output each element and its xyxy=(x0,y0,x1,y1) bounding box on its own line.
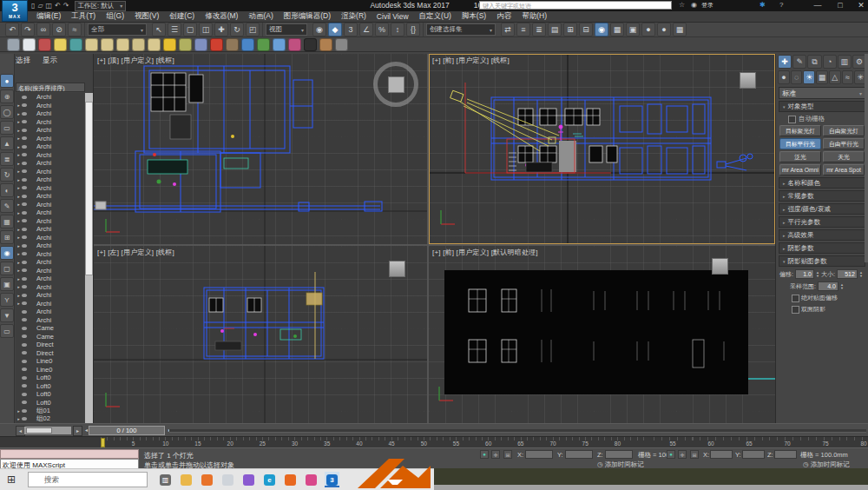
expand-arrow-icon[interactable]: ▸ xyxy=(16,136,22,141)
visibility-eye-icon[interactable] xyxy=(22,96,27,99)
menu-item[interactable]: 编辑(E) xyxy=(31,11,66,22)
visibility-eye-icon[interactable] xyxy=(22,261,27,264)
edge-button[interactable]: e xyxy=(262,472,277,487)
visibility-eye-icon[interactable] xyxy=(22,318,27,321)
material-editor-icon[interactable]: ◉ xyxy=(595,23,608,36)
visibility-eye-icon[interactable] xyxy=(22,178,27,182)
visibility-eye-icon[interactable] xyxy=(22,162,27,165)
explorer-list-item[interactable]: ▸ Archi xyxy=(16,291,84,300)
select-object-icon[interactable]: ↖ xyxy=(152,23,166,36)
snaps-toggle-icon[interactable]: 3 xyxy=(344,23,358,36)
explorer-list-item[interactable]: ▸ Archi xyxy=(16,175,84,184)
spinner-icon[interactable]: ▲▼ xyxy=(840,283,844,290)
rectangular-selection-region-icon[interactable]: ▢ xyxy=(183,23,197,36)
redo-icon[interactable]: ↷ xyxy=(21,23,35,36)
menu-item[interactable]: 图形编辑器(D) xyxy=(279,11,336,22)
select-by-name-icon[interactable]: ☰ xyxy=(168,23,181,36)
expand-arrow-icon[interactable]: ▸ xyxy=(16,144,22,149)
visibility-eye-icon[interactable] xyxy=(22,219,27,222)
explorer-list-item[interactable]: Archi xyxy=(16,308,84,316)
bias-field[interactable]: 1.0 xyxy=(795,269,814,279)
visibility-eye-icon[interactable] xyxy=(22,376,27,380)
explorer-list-item[interactable]: Loft0 xyxy=(16,374,84,382)
visibility-eye-icon[interactable] xyxy=(22,401,27,404)
visibility-eye-icon[interactable] xyxy=(22,211,27,215)
expand-arrow-icon[interactable]: ▸ xyxy=(16,235,22,240)
office-button[interactable] xyxy=(283,472,298,487)
taskbar-search-input[interactable] xyxy=(28,472,148,487)
visibility-eye-icon[interactable] xyxy=(22,327,27,330)
visibility-eye-icon[interactable] xyxy=(22,360,27,363)
explorer-list-item[interactable]: ▸ Archi xyxy=(16,201,84,209)
visibility-eye-icon[interactable] xyxy=(22,103,27,107)
visibility-eye-icon[interactable] xyxy=(22,417,27,420)
light-type-button[interactable]: 泛光 xyxy=(779,151,821,162)
expand-arrow-icon[interactable]: ▸ xyxy=(16,161,22,166)
visibility-eye-icon[interactable] xyxy=(22,384,27,387)
explorer-name-column-header[interactable]: 名称(按升序排序) xyxy=(16,83,85,92)
visibility-eye-icon[interactable] xyxy=(22,294,27,297)
helpers-category[interactable]: △ xyxy=(829,70,841,84)
time-slider-handle[interactable]: 0 / 100 xyxy=(89,426,165,435)
menu-item[interactable]: 修改器(M) xyxy=(200,11,243,22)
expand-arrow-icon[interactable]: ▸ xyxy=(16,416,22,421)
explorer-list-item[interactable]: ▸ 组01 xyxy=(16,407,84,415)
shadow-map-params-rollout[interactable]: ▾ 阴影贴图参数 xyxy=(779,255,865,267)
x-coordinate-field[interactable] xyxy=(710,450,733,459)
object-type-rollout[interactable]: ▾ 对象类型 xyxy=(779,101,865,112)
visibility-eye-icon[interactable] xyxy=(22,277,27,281)
current-frame-marker[interactable] xyxy=(101,438,105,447)
explorer-list-item[interactable]: ▸ Archi xyxy=(16,151,84,160)
explorer-list-item[interactable]: ▸ Archi xyxy=(16,258,84,267)
viewcube[interactable] xyxy=(373,62,418,107)
visibility-eye-icon[interactable] xyxy=(22,244,27,248)
undo-quick-icon[interactable]: ↶ xyxy=(55,2,61,10)
display-panel-icon[interactable]: ▭ xyxy=(0,121,14,135)
create-tab[interactable]: ✚ xyxy=(778,55,792,69)
spinner-icon[interactable]: ▲▼ xyxy=(816,271,819,278)
shapes-category[interactable]: ◌ xyxy=(791,70,803,84)
explorer-list-item[interactable]: Line0 xyxy=(16,366,84,374)
visibility-eye-icon[interactable] xyxy=(22,285,27,288)
workspace-dropdown[interactable]: 工作区: 默认 ▾ xyxy=(75,1,127,11)
collapsed-rollout[interactable]: ▸ 名称和颜色 xyxy=(779,177,865,189)
help-search-input[interactable] xyxy=(479,1,672,10)
open-file-icon[interactable]: ▱ xyxy=(37,2,43,10)
explorer-list-item[interactable]: Came xyxy=(16,333,84,341)
sign-in-icon[interactable]: ◉ xyxy=(691,1,697,9)
explorer-list-item[interactable]: ▸ Archi xyxy=(16,109,84,118)
help-circle-icon[interactable] xyxy=(335,38,348,51)
expand-arrow-icon[interactable]: ▸ xyxy=(16,111,22,116)
box-mode-icon[interactable]: ▦ xyxy=(0,215,14,228)
visibility-eye-icon[interactable] xyxy=(22,343,27,347)
select-and-scale-icon[interactable]: ◰ xyxy=(246,23,260,36)
explorer-list-item[interactable]: Archi xyxy=(16,316,84,325)
select-invert-icon[interactable]: ◯ xyxy=(0,105,14,119)
align-icon[interactable]: ≡ xyxy=(516,23,530,36)
absolute-mode-toggle[interactable]: ✛ xyxy=(678,450,687,459)
light-type-button[interactable]: 自由平行光 xyxy=(823,138,865,149)
menu-item[interactable]: 组(G) xyxy=(101,11,129,22)
menu-item[interactable]: 动画(A) xyxy=(243,11,278,22)
viewport-top[interactable]: [+] [顶] [用户定义] [线框] xyxy=(94,54,427,244)
viewport-shaded-label[interactable]: [+] [前] [用户定义] [默认明暗处理] xyxy=(432,248,538,257)
rendered-frame-window-icon[interactable]: ▣ xyxy=(626,23,640,36)
expand-arrow-icon[interactable]: ▸ xyxy=(16,293,22,298)
use-pivot-center-icon[interactable]: ◉ xyxy=(312,23,326,36)
visibility-eye-icon[interactable] xyxy=(22,235,27,239)
menu-item[interactable]: 工具(T) xyxy=(66,11,101,22)
unlink-selection-icon[interactable]: ⊘ xyxy=(52,23,66,36)
save-file-icon[interactable]: ◫ xyxy=(46,2,53,10)
visibility-eye-icon[interactable] xyxy=(22,310,27,314)
explorer-list-item[interactable]: ▸ Archi xyxy=(16,275,84,283)
render-setup-icon[interactable]: ▦ xyxy=(610,23,624,36)
explorer-list-item[interactable]: ▸ Archi xyxy=(16,192,84,201)
light-type-dropdown[interactable]: 标准 ▾ xyxy=(779,87,865,99)
geometry-category[interactable]: ● xyxy=(778,70,790,84)
select-and-move-icon[interactable]: ✚ xyxy=(214,23,228,36)
grid-icon[interactable]: ⊞ xyxy=(503,450,512,459)
selection-lock-toggle[interactable]: ● xyxy=(480,450,489,459)
explorer-list-item[interactable]: ▸ Archi xyxy=(16,118,84,127)
menu-item[interactable]: 脚本(S) xyxy=(457,11,491,22)
visibility-icon[interactable]: ◉ xyxy=(0,246,14,260)
